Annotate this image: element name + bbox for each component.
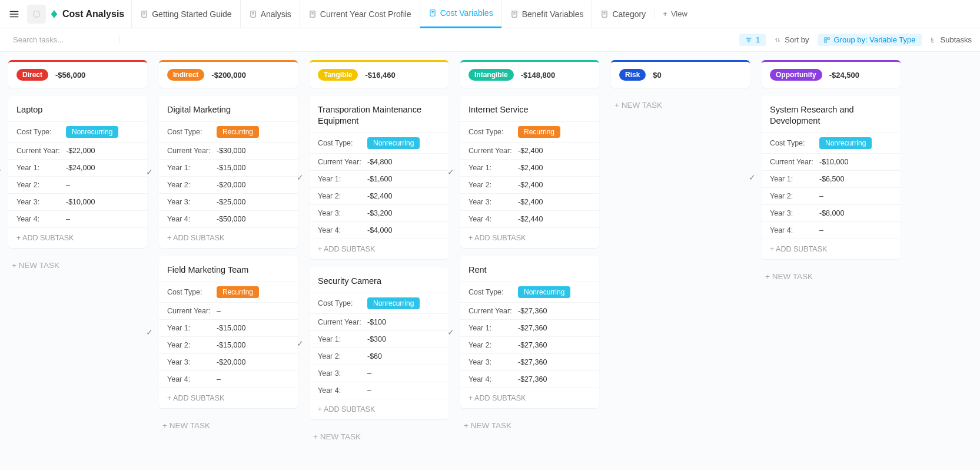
group-icon	[823, 37, 830, 44]
row-year2: Year 2:-$20,000	[159, 176, 298, 193]
check-icon[interactable]: ✓	[0, 167, 2, 177]
task-card[interactable]: System Research and Development Cost Typ…	[762, 96, 901, 259]
new-task-button[interactable]: + NEW TASK	[159, 416, 298, 435]
tab-analysis[interactable]: Analysis	[240, 0, 300, 28]
task-card[interactable]: Laptop Cost Type: Nonrecurring Current Y…	[8, 96, 147, 248]
svg-rect-10	[825, 41, 826, 42]
new-task-button[interactable]: + NEW TASK	[762, 267, 901, 286]
search-input[interactable]	[13, 35, 112, 44]
new-task-button[interactable]: + NEW TASK	[310, 428, 449, 446]
tab-benefit-variables[interactable]: Benefit Variables	[501, 0, 592, 28]
check-icon[interactable]: ✓	[749, 173, 756, 182]
card-title: Rent	[460, 263, 599, 282]
tab-current-year-cost-profile[interactable]: Current Year Cost Profile	[300, 0, 420, 28]
task-card[interactable]: Internet Service Cost Type: Recurring Cu…	[460, 96, 599, 248]
column-header[interactable]: Intangible-$148,800	[460, 60, 599, 88]
svg-rect-8	[825, 38, 826, 39]
column-header[interactable]: Risk$0	[611, 60, 750, 88]
task-card[interactable]: Security Camera Cost Type: Nonrecurring …	[310, 267, 449, 419]
row-value: -$2,400	[518, 198, 543, 206]
row-value: -$10,000	[66, 198, 95, 206]
group-by-button[interactable]: Group by: Variable Type	[818, 34, 922, 46]
row-label: Year 1:	[770, 175, 819, 183]
add-subtask-button[interactable]: + ADD SUBTASK	[159, 388, 298, 408]
row-label: Year 2:	[318, 352, 367, 360]
task-card[interactable]: Digital Marketing Cost Type: Recurring C…	[159, 96, 298, 248]
row-label: Cost Type:	[318, 299, 367, 307]
tab-cost-variables[interactable]: Cost Variables	[420, 0, 501, 28]
tab-label: Category	[612, 9, 646, 19]
row-label: Year 3:	[318, 209, 367, 217]
hamburger-menu[interactable]	[5, 5, 24, 24]
row-value: -$300	[367, 335, 386, 343]
new-task-button[interactable]: + NEW TASK	[611, 96, 750, 114]
tab-label: Analysis	[261, 9, 291, 19]
row-year4: Year 4:-$27,360	[460, 370, 599, 388]
add-subtask-button[interactable]: + ADD SUBTASK	[460, 227, 599, 248]
row-value: -$27,360	[518, 358, 547, 366]
row-current-year: Current Year:–	[159, 302, 298, 319]
row-value: -$10,000	[819, 158, 848, 166]
row-label: Year 4:	[167, 375, 217, 383]
check-icon[interactable]: ✓	[297, 173, 304, 182]
add-subtask-button[interactable]: + ADD SUBTASK	[310, 239, 449, 259]
row-label: Year 4:	[167, 215, 217, 223]
column-header[interactable]: Tangible-$16,460	[310, 60, 449, 88]
column-header[interactable]: Indirect-$200,000	[159, 60, 298, 88]
row-current-year: Current Year:-$27,360	[460, 302, 599, 319]
row-value: -$30,000	[217, 147, 245, 155]
filter-count: 1	[756, 35, 760, 44]
workspace-icon-box[interactable]	[27, 5, 46, 24]
column-amount: -$200,000	[211, 71, 246, 80]
row-label: Year 2:	[16, 181, 66, 189]
tab-category[interactable]: Category	[592, 0, 654, 28]
tab-label: Benefit Variables	[522, 9, 584, 19]
check-icon[interactable]: ✓	[146, 327, 153, 337]
new-task-button[interactable]: + NEW TASK	[8, 256, 147, 274]
task-card[interactable]: Transporation Maintenance Equipment Cost…	[310, 96, 449, 259]
sort-by-button[interactable]: Sort by	[774, 35, 809, 44]
check-icon[interactable]: ✓	[146, 167, 153, 177]
column-header[interactable]: Opportunity-$24,500	[762, 60, 901, 88]
check-icon[interactable]: ✓	[447, 167, 454, 177]
row-value: –	[66, 215, 70, 223]
add-subtask-button[interactable]: + ADD SUBTASK	[159, 227, 298, 248]
subtasks-icon	[930, 37, 937, 44]
doc-icon	[600, 10, 609, 18]
tab-label: Getting Started Guide	[152, 9, 231, 19]
row-value: –	[819, 226, 823, 234]
row-year1: Year 1:-$15,000	[159, 159, 298, 176]
row-label: Year 3:	[167, 358, 217, 366]
filter-count-pill[interactable]: 1	[739, 34, 766, 46]
card-wrap: ✓ Digital Marketing Cost Type: Recurring…	[159, 96, 298, 248]
row-value: -$2,400	[518, 164, 543, 172]
tab-getting-started-guide[interactable]: Getting Started Guide	[131, 0, 240, 28]
add-subtask-button[interactable]: + ADD SUBTASK	[8, 227, 147, 248]
task-card[interactable]: Rent Cost Type: Nonrecurring Current Yea…	[460, 256, 599, 408]
task-card[interactable]: Field Marketing Team Cost Type: Recurrin…	[159, 256, 298, 408]
add-subtask-button[interactable]: + ADD SUBTASK	[762, 239, 901, 259]
new-task-button[interactable]: + NEW TASK	[460, 416, 599, 435]
card-wrap: ✓ Transporation Maintenance Equipment Co…	[310, 96, 449, 259]
column-header[interactable]: Direct-$56,000	[8, 60, 147, 88]
row-value: -$60	[367, 352, 382, 360]
row-label: Year 4:	[16, 215, 66, 223]
check-icon[interactable]: ✓	[447, 327, 454, 337]
row-label: Cost Type:	[770, 139, 819, 147]
add-subtask-button[interactable]: + ADD SUBTASK	[310, 399, 449, 419]
row-cost-type: Cost Type: Nonrecurring	[460, 282, 599, 302]
row-value: -$6,500	[819, 175, 844, 183]
row-value: –	[66, 181, 70, 189]
subtasks-button[interactable]: Subtasks	[930, 35, 972, 44]
check-icon[interactable]: ✓	[297, 339, 304, 348]
add-view-button[interactable]: + View	[654, 9, 696, 18]
hamburger-icon	[9, 9, 19, 19]
column-risk: Risk$0+ NEW TASK	[611, 60, 750, 114]
row-value: -$100	[367, 318, 386, 326]
add-subtask-button[interactable]: + ADD SUBTASK	[460, 388, 599, 408]
row-value: -$27,360	[518, 324, 547, 332]
row-value: -$50,000	[217, 215, 245, 223]
row-label: Year 2:	[469, 181, 518, 189]
row-year4: Year 4:-$50,000	[159, 210, 298, 227]
row-label: Year 3:	[318, 369, 367, 378]
